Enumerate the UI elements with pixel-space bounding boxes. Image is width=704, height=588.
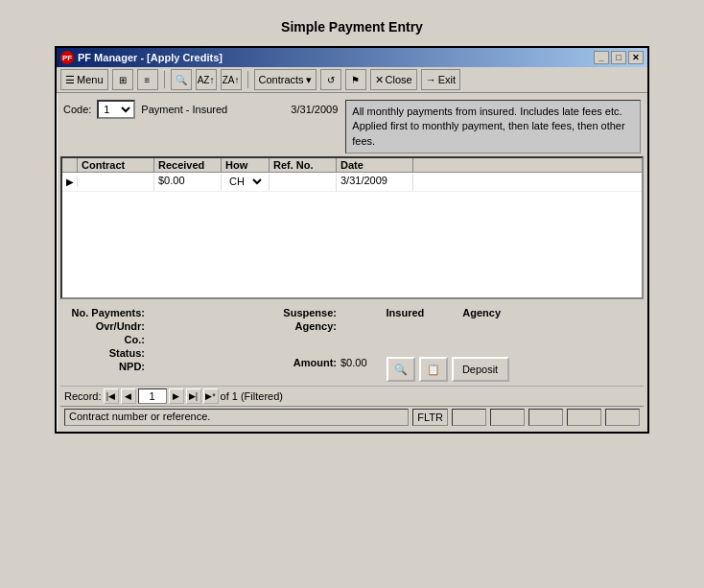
search-action-button[interactable]: 🔍 [387,357,415,382]
refno-input[interactable] [273,175,332,186]
cell-contract[interactable] [78,174,154,191]
code-label: Code: [63,104,91,115]
npd-row: NPD: [68,361,241,372]
row-indicator: ▶ [62,176,78,187]
agency-mid-label: Agency: [260,320,337,332]
col-header-date: Date [337,158,413,172]
no-payments-row: No. Payments: [68,307,241,318]
cell-date[interactable] [337,174,413,191]
no-payments-label: No. Payments: [68,307,145,318]
sep2 [247,71,248,88]
cell-refno[interactable] [270,174,337,191]
data-grid: Contract Received How Ref. No. Date ▶ [60,156,644,299]
status-text: Contract number or reference. [64,409,409,426]
nav-next-button[interactable]: ▶ [169,388,184,404]
table-row: ▶ CH [62,173,642,192]
title-bar: PF PF Manager - [Apply Credits] _ □ ✕ [57,48,647,67]
main-window: PF PF Manager - [Apply Credits] _ □ ✕ ☰ … [55,46,649,434]
minimize-button[interactable]: _ [594,51,609,64]
header-left: Code: 1 Payment - Insured 3/31/2009 [63,100,338,119]
close-toolbar-button[interactable]: ✕ Close [370,69,417,90]
title-bar-controls: _ □ ✕ [594,51,644,64]
amount-row: Amount: $0.00 [260,357,367,368]
nav-new-button[interactable]: ▶* [203,388,219,404]
suspense-label: Suspense: [260,307,337,318]
summary-area: No. Payments: Ovr/Undr: Co.: Status: NPD… [60,303,644,386]
co-row: Co.: [68,334,241,345]
record-number-input[interactable] [138,388,167,404]
status-btn-4[interactable] [567,409,601,426]
insured-col-label: Insured [387,307,425,318]
sort-az-icon-btn[interactable]: AZ↑ [196,69,217,90]
nav-last-button[interactable]: ▶| [186,388,201,404]
window-icon: PF [60,51,74,64]
toolbar: ☰ Menu ⊞ ≡ 🔍 AZ↑ ZA↑ Contracts ▾ ↺ ⚑ ✕ C… [57,67,647,93]
sort-za-icon-btn[interactable]: ZA↑ [221,69,242,90]
npd-label: NPD: [68,361,145,372]
status-btn-3[interactable] [528,409,563,426]
content-area: Code: 1 Payment - Insured 3/31/2009 All … [57,93,647,432]
how-select[interactable]: CH [225,175,265,188]
contracts-dropdown-icon: ▾ [306,74,312,86]
received-input[interactable] [158,175,217,186]
menu-icon: ☰ [65,74,75,86]
close-button[interactable]: ✕ [628,51,644,64]
date-input[interactable] [340,175,409,186]
suspense-row: Suspense: [260,307,367,318]
amount-label: Amount: [260,357,337,368]
exit-arrow-icon: → [426,74,436,85]
payment-date: 3/31/2009 [291,104,338,115]
cell-received[interactable] [154,174,222,191]
contracts-button[interactable]: Contracts ▾ [254,69,317,90]
agency-col-label: Agency [462,307,501,318]
title-bar-left: PF PF Manager - [Apply Credits] [60,51,223,64]
close-x-icon: ✕ [375,74,384,86]
status-btn-5[interactable] [605,409,640,426]
sep1 [164,71,165,88]
exit-button[interactable]: → Exit [421,69,460,90]
status-bar: Contract number or reference. FLTR [60,406,644,428]
grid-icon-btn[interactable]: ⊞ [112,69,133,90]
status-label: Status: [68,347,145,359]
action-buttons: 🔍 📋 Deposit [387,357,636,382]
status-btn-2[interactable] [490,409,525,426]
menu-button[interactable]: ☰ Menu [60,69,108,90]
grid-header: Contract Received How Ref. No. Date [62,158,642,173]
col-header-received: Received [154,158,222,172]
search-icon-btn[interactable]: 🔍 [171,69,192,90]
nav-first-button[interactable]: |◀ [104,388,119,404]
col-header-how: How [222,158,270,172]
col-headers: Insured Agency [387,307,636,318]
col-header-refno: Ref. No. [270,158,337,172]
cell-how[interactable]: CH [222,174,270,191]
maximize-button[interactable]: □ [611,51,626,64]
ovr-undr-label: Ovr/Undr: [68,320,145,332]
nav-prev-button[interactable]: ◀ [121,388,136,404]
edit-action-button[interactable]: 📋 [419,357,448,382]
summary-left: No. Payments: Ovr/Undr: Co.: Status: NPD… [68,307,241,382]
summary-middle: Suspense: Agency: Amount: $0.00 [260,307,367,382]
info-box: All monthly payments from insured. Inclu… [345,100,641,153]
contract-input[interactable] [82,175,150,186]
grid-body: ▶ CH [62,173,642,297]
page-title: Simple Payment Entry [281,19,423,35]
col-header-contract: Contract [78,158,154,172]
summary-right-col: Insured Agency 🔍 📋 Deposit [387,307,636,382]
header-info-row: Code: 1 Payment - Insured 3/31/2009 All … [60,97,644,156]
search-action-icon: 🔍 [394,364,408,376]
status-row: Status: [68,347,241,359]
status-btn-1[interactable] [452,409,486,426]
ovr-undr-row: Ovr/Undr: [68,320,241,332]
payment-type: Payment - Insured [141,104,256,115]
co-label: Co.: [68,334,145,345]
list-icon-btn[interactable]: ≡ [137,69,158,90]
record-label: Record: [64,390,102,402]
flag-icon-btn[interactable]: ⚑ [345,69,366,90]
amount-value: $0.00 [340,357,367,368]
deposit-button[interactable]: Deposit [452,357,509,382]
code-select[interactable]: 1 [97,100,135,119]
record-of-label: of 1 (Filtered) [221,390,283,402]
refresh-icon-btn[interactable]: ↺ [320,69,341,90]
window-title: PF Manager - [Apply Credits] [78,52,223,63]
edit-action-icon: 📋 [427,364,440,376]
